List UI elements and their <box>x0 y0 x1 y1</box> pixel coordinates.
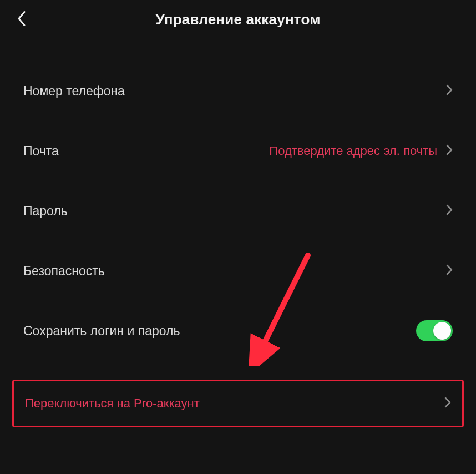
row-password[interactable]: Пароль <box>0 181 476 241</box>
row-right: Подтвердите адрес эл. почты <box>269 144 453 158</box>
row-right <box>446 204 453 218</box>
chevron-right-icon <box>446 204 453 218</box>
row-label: Переключиться на Pro-аккаунт <box>25 396 200 411</box>
page-title: Управление аккаунтом <box>11 11 465 28</box>
row-label: Сохранить логин и пароль <box>23 324 180 339</box>
row-label: Безопасность <box>23 264 105 279</box>
chevron-right-icon <box>444 397 451 410</box>
row-label: Пароль <box>23 204 68 219</box>
row-label: Номер телефона <box>23 84 125 99</box>
back-button[interactable] <box>12 6 31 33</box>
chevron-right-icon <box>446 144 453 158</box>
row-save-login: Сохранить логин и пароль <box>0 301 476 361</box>
chevron-right-icon <box>446 264 453 278</box>
row-phone[interactable]: Номер телефона <box>0 61 476 121</box>
chevron-left-icon <box>17 11 27 27</box>
save-login-toggle[interactable] <box>416 320 453 341</box>
chevron-right-icon <box>446 84 453 98</box>
toggle-knob <box>433 322 451 340</box>
row-pro-account[interactable]: Переключиться на Pro-аккаунт <box>12 380 464 427</box>
header: Управление аккаунтом <box>0 0 476 39</box>
row-email[interactable]: Почта Подтвердите адрес эл. почты <box>0 121 476 181</box>
row-right <box>444 397 451 410</box>
row-right <box>416 320 453 341</box>
row-value: Подтвердите адрес эл. почты <box>269 144 437 158</box>
row-label: Почта <box>23 144 59 159</box>
settings-list: Номер телефона Почта Подтвердите адрес э… <box>0 39 476 427</box>
row-right <box>446 84 453 98</box>
row-security[interactable]: Безопасность <box>0 241 476 301</box>
row-right <box>446 264 453 278</box>
